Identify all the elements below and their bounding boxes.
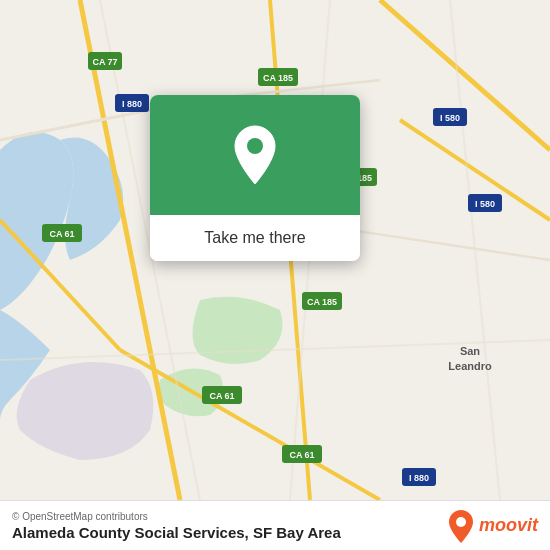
popup-green-area xyxy=(150,95,360,215)
svg-text:CA 61: CA 61 xyxy=(49,229,74,239)
svg-point-39 xyxy=(456,517,466,527)
svg-text:CA 185: CA 185 xyxy=(263,73,293,83)
bottom-bar: © OpenStreetMap contributors Alameda Cou… xyxy=(0,500,550,550)
svg-text:San: San xyxy=(460,345,480,357)
moovit-text: moovit xyxy=(479,515,538,536)
take-me-there-button[interactable]: Take me there xyxy=(150,215,360,261)
svg-text:CA 77: CA 77 xyxy=(92,57,117,67)
svg-text:I 880: I 880 xyxy=(409,473,429,483)
svg-text:CA 185: CA 185 xyxy=(307,297,337,307)
svg-text:I 880: I 880 xyxy=(122,99,142,109)
svg-text:I 580: I 580 xyxy=(440,113,460,123)
location-pin-icon xyxy=(229,124,281,186)
moovit-pin-icon xyxy=(447,509,475,543)
svg-text:Leandro: Leandro xyxy=(448,360,492,372)
moovit-logo: moovit xyxy=(447,509,538,543)
svg-point-38 xyxy=(247,138,263,154)
popup-card: Take me there xyxy=(150,95,360,261)
map-container: CA 77 I 880 CA 185 CA 185 CA 185 I 580 I… xyxy=(0,0,550,500)
svg-text:CA 61: CA 61 xyxy=(289,450,314,460)
svg-text:CA 61: CA 61 xyxy=(209,391,234,401)
svg-text:I 580: I 580 xyxy=(475,199,495,209)
